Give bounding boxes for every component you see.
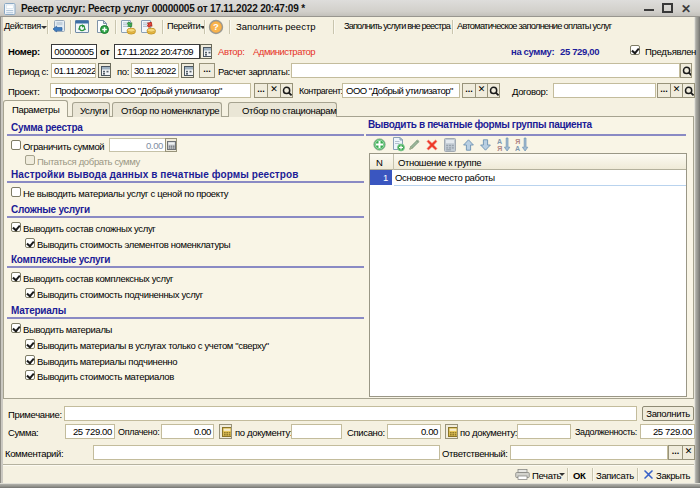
svg-text:Я: Я [497,145,502,152]
svg-text:?: ? [213,21,219,32]
svg-text:Я: Я [515,138,520,145]
svg-text:А: А [515,145,520,152]
svg-text:А: А [497,138,502,145]
